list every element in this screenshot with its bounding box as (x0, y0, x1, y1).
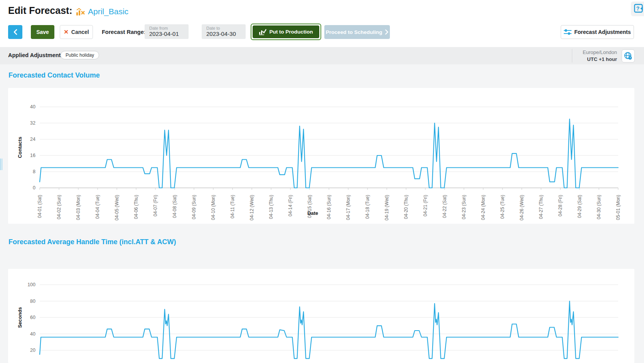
contact-volume-chart: 081624324004-01 (Sat)04-02 (Sun)04-03 (M… (8, 88, 634, 224)
cancel-button-label: Cancel (71, 29, 89, 35)
date-from-value: 2023-04-01 (149, 30, 189, 37)
contact-volume-x-axis-label: Date (307, 210, 318, 216)
forecast-range-label: Forecast Range: (102, 29, 146, 35)
x-tick-label: 04-26 (Wed) (519, 195, 524, 220)
back-button[interactable] (8, 25, 22, 39)
x-tick-label: 04-03 (Mon) (76, 195, 81, 220)
proceed-to-scheduling-label: Proceed to Scheduling (326, 29, 382, 35)
timezone-offset: UTC +1 hour (545, 56, 617, 62)
contact-volume-chart-card: 081624324004-01 (Sat)04-02 (Sun)04-03 (M… (8, 88, 634, 224)
date-from-field[interactable]: Date from 2023-04-01 (145, 24, 189, 39)
x-tick-label: 04-06 (Thu) (133, 195, 139, 219)
put-to-production-button[interactable]: Put to Production (253, 25, 319, 38)
date-to-field[interactable]: Date to 2023-04-30 (202, 24, 246, 39)
y-tick-label: 60 (30, 315, 35, 320)
x-tick-label: 04-04 (Tue) (95, 195, 100, 219)
x-tick-label: 04-13 (Thu) (268, 195, 274, 219)
adjustment-tag-public-holiday[interactable]: Public holiday (61, 51, 99, 59)
date-to-value: 2023-04-30 (206, 30, 246, 37)
put-to-production-label: Put to Production (269, 29, 313, 35)
contact-volume-chart-title: Forecasted Contact Volume (8, 71, 100, 79)
x-tick-label: 04-07 (Fri) (153, 195, 158, 216)
applied-adjustments-label: Applied Adjustments: (8, 52, 66, 58)
forecast-icon (76, 8, 85, 16)
forecast-name-link[interactable]: April_Basic (88, 7, 128, 16)
date-from-label: Date from (149, 26, 189, 30)
x-tick-label: 04-30 (Sun) (596, 195, 602, 219)
x-tick-label: 04-01 (Sat) (37, 195, 42, 218)
x-tick-label: 04-22 (Sat) (442, 195, 447, 218)
x-tick-label: 04-24 (Mon) (480, 195, 486, 220)
x-tick-label: 04-21 (Fri) (423, 195, 428, 216)
globe-icon (624, 52, 632, 60)
x-tick-label: 04-08 (Sat) (172, 195, 177, 218)
x-tick-label: 04-17 (Mon) (346, 195, 351, 220)
aht-chart: 20406080100 (8, 269, 634, 363)
x-tick-label: 04-12 (Wed) (249, 195, 255, 220)
series-line (40, 119, 618, 188)
y-tick-label: 80 (30, 299, 35, 304)
y-tick-label: 40 (30, 331, 35, 337)
x-tick-label: 04-25 (Tue) (500, 195, 505, 219)
aht-y-axis-label: Seconds (17, 307, 23, 328)
x-tick-label: 04-14 (Fri) (288, 195, 293, 216)
y-tick-label: 0 (33, 185, 35, 191)
x-tick-label: 04-19 (Wed) (384, 195, 389, 220)
x-tick-label: 04-27 (Thu) (538, 195, 544, 219)
cancel-x-icon: ✕ (64, 29, 69, 35)
x-tick-label: 04-18 (Tue) (365, 195, 370, 219)
y-tick-label: 24 (30, 137, 35, 142)
x-tick-label: 04-20 (Thu) (403, 195, 409, 219)
chevron-right-icon (385, 29, 388, 35)
contact-volume-y-axis-label: Contacts (17, 137, 23, 158)
x-tick-label: 04-05 (Wed) (114, 195, 120, 220)
chevron-left-icon (13, 29, 17, 35)
edit-forecast-page: Edit Forecast: April_Basic ? Save ✕ Canc… (0, 0, 644, 363)
x-tick-label: 04-29 (Sat) (577, 195, 582, 218)
production-chart-icon (259, 29, 266, 35)
forecast-adjustments-label: Forecast Adjustments (574, 29, 631, 35)
aht-chart-title: Forecasted Average Handle Time (incl.ATT… (8, 238, 176, 246)
y-tick-label: 20 (30, 348, 35, 353)
page-title: Edit Forecast: (8, 5, 72, 16)
y-tick-label: 16 (30, 153, 35, 158)
put-to-production-focus-ring: Put to Production (251, 24, 321, 40)
aht-chart-card: 20406080100 Seconds (8, 269, 634, 363)
save-button[interactable]: Save (31, 25, 54, 39)
cancel-button[interactable]: ✕ Cancel (60, 25, 93, 39)
series-line (40, 301, 618, 359)
y-tick-label: 40 (30, 104, 35, 110)
x-tick-label: 04-23 (Sun) (461, 195, 467, 219)
x-tick-label: 04-11 (Tue) (230, 195, 235, 218)
timezone-button[interactable] (622, 49, 635, 62)
sliders-icon (564, 29, 572, 35)
proceed-to-scheduling-button[interactable]: Proceed to Scheduling (324, 25, 390, 39)
svg-text:?: ? (636, 5, 640, 12)
date-to-label: Date to (206, 26, 246, 30)
side-drawer-handle[interactable] (0, 159, 3, 170)
x-tick-label: 04-16 (Sun) (326, 195, 332, 219)
timezone-region: Europe/London (545, 49, 617, 55)
x-tick-label: 04-28 (Fri) (558, 195, 563, 216)
x-tick-label: 04-10 (Mon) (211, 195, 216, 220)
forecast-adjustments-button[interactable]: Forecast Adjustments (561, 25, 634, 39)
y-tick-label: 32 (30, 120, 35, 126)
y-tick-label: 8 (33, 169, 35, 174)
save-button-label: Save (36, 29, 49, 35)
y-tick-label: 100 (27, 282, 35, 287)
x-tick-label: 04-02 (Sun) (56, 195, 62, 219)
x-tick-label: 04-09 (Sun) (191, 195, 197, 219)
x-tick-label: 05-01 (Mon) (615, 195, 621, 220)
help-icon[interactable]: ? (634, 4, 643, 13)
